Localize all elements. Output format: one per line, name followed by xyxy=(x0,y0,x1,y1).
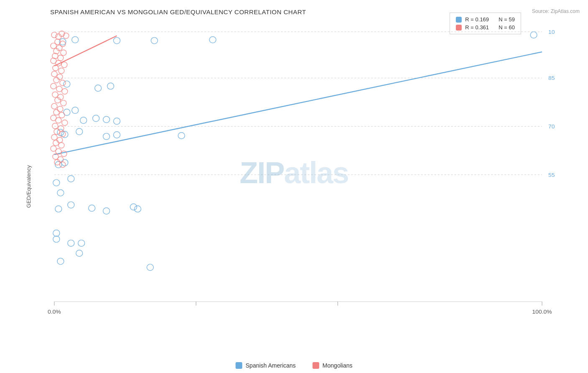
svg-text:70.0%: 70.0% xyxy=(548,123,555,130)
svg-point-42 xyxy=(57,189,64,196)
svg-point-50 xyxy=(53,236,60,242)
svg-point-21 xyxy=(210,36,216,43)
svg-point-41 xyxy=(53,179,60,186)
svg-point-53 xyxy=(76,250,83,256)
svg-point-51 xyxy=(68,240,74,246)
bottom-swatch-spanish xyxy=(235,362,242,369)
chart-area: 0.0% 100.0% 100.0% 85.0% 70.0% 55.0% xyxy=(33,20,555,326)
svg-point-27 xyxy=(72,107,79,113)
svg-point-89 xyxy=(56,118,61,123)
svg-point-95 xyxy=(51,135,57,140)
svg-point-76 xyxy=(60,80,66,85)
svg-point-83 xyxy=(61,100,66,106)
source-text: Source: ZipAtlas.com xyxy=(532,8,580,14)
chart-container: SPANISH AMERICAN VS MONGOLIAN GED/EQUIVA… xyxy=(0,0,588,373)
svg-point-36 xyxy=(113,132,120,138)
svg-point-93 xyxy=(54,129,60,134)
svg-point-62 xyxy=(51,43,56,49)
svg-point-22 xyxy=(530,32,537,38)
svg-point-20 xyxy=(151,37,158,43)
svg-point-86 xyxy=(54,110,59,115)
svg-point-71 xyxy=(53,65,59,71)
svg-point-78 xyxy=(56,86,62,92)
svg-point-84 xyxy=(51,103,57,109)
svg-point-91 xyxy=(52,123,58,129)
svg-point-73 xyxy=(51,71,57,77)
svg-point-98 xyxy=(59,143,64,148)
svg-point-48 xyxy=(103,208,110,214)
bottom-legend: Spanish Americans Mongolians xyxy=(235,362,352,369)
bottom-legend-mongolian: Mongolians xyxy=(312,362,353,369)
svg-point-18 xyxy=(72,36,79,43)
svg-point-52 xyxy=(78,240,85,246)
svg-point-43 xyxy=(55,206,62,212)
svg-point-46 xyxy=(130,204,137,210)
svg-point-40 xyxy=(68,176,74,182)
svg-point-28 xyxy=(80,117,87,123)
svg-point-79 xyxy=(62,89,68,94)
svg-point-24 xyxy=(95,85,102,91)
svg-point-105 xyxy=(60,162,66,167)
bottom-legend-spanish: Spanish Americans xyxy=(235,362,296,369)
svg-point-97 xyxy=(53,140,59,146)
svg-point-25 xyxy=(107,83,114,89)
svg-point-85 xyxy=(57,106,63,112)
svg-point-74 xyxy=(57,74,63,79)
svg-line-16 xyxy=(54,36,117,66)
svg-text:100.0%: 100.0% xyxy=(548,29,555,35)
svg-point-101 xyxy=(61,151,67,156)
svg-point-35 xyxy=(103,133,110,140)
svg-point-87 xyxy=(59,112,65,118)
bottom-label-spanish: Spanish Americans xyxy=(245,362,296,369)
svg-point-70 xyxy=(61,62,67,67)
svg-point-77 xyxy=(51,83,56,89)
svg-point-31 xyxy=(113,118,120,124)
main-svg: 0.0% 100.0% 100.0% 85.0% 70.0% 55.0% xyxy=(33,20,555,326)
svg-text:100.0%: 100.0% xyxy=(532,309,552,315)
svg-point-34 xyxy=(76,128,83,135)
y-axis-label: GED/Equivalency xyxy=(26,165,32,208)
svg-point-75 xyxy=(54,77,59,83)
svg-point-61 xyxy=(60,41,66,46)
svg-point-29 xyxy=(93,115,100,121)
svg-point-72 xyxy=(59,68,64,74)
bottom-label-mongolian: Mongolians xyxy=(322,362,353,369)
svg-point-49 xyxy=(53,230,60,236)
svg-point-80 xyxy=(52,92,58,97)
svg-line-15 xyxy=(54,52,542,155)
svg-point-67 xyxy=(58,55,64,61)
svg-point-47 xyxy=(134,206,141,212)
svg-point-45 xyxy=(89,205,95,211)
svg-point-30 xyxy=(103,116,110,123)
svg-point-55 xyxy=(147,264,153,271)
svg-text:85.0%: 85.0% xyxy=(548,75,555,82)
svg-point-65 xyxy=(61,50,66,55)
svg-point-44 xyxy=(68,202,74,208)
svg-text:0.0%: 0.0% xyxy=(48,309,61,315)
svg-text:55.0%: 55.0% xyxy=(548,172,555,178)
svg-point-54 xyxy=(57,258,64,264)
svg-point-23 xyxy=(64,81,70,87)
svg-point-96 xyxy=(57,137,63,143)
svg-point-90 xyxy=(62,120,68,125)
svg-point-19 xyxy=(113,37,120,43)
bottom-swatch-mongolian xyxy=(312,362,319,369)
svg-point-37 xyxy=(178,133,185,139)
